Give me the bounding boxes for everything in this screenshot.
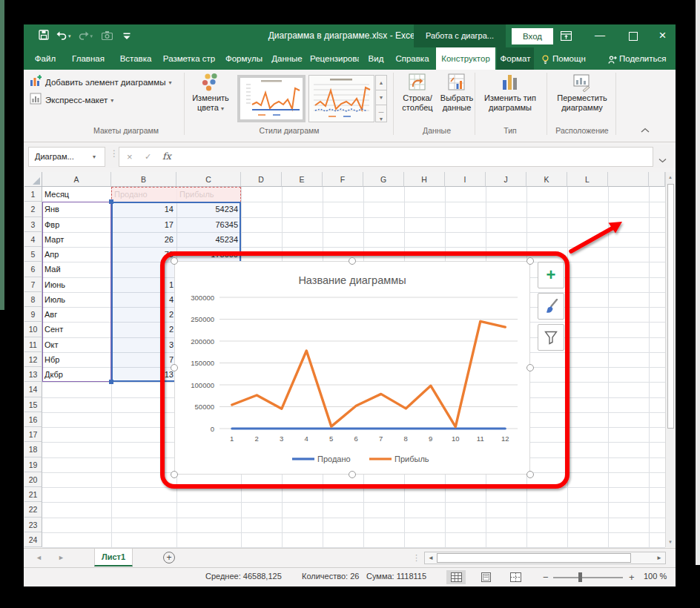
row-header-9[interactable]: 9 bbox=[24, 307, 42, 322]
chart-handle[interactable] bbox=[171, 257, 178, 265]
row-header-12[interactable]: 12 bbox=[24, 352, 42, 367]
row-header-21[interactable]: 21 bbox=[24, 487, 42, 502]
change-colors-button[interactable]: Изменить цвета ▾ bbox=[188, 73, 233, 113]
hscroll-left-icon[interactable]: ◄ bbox=[428, 555, 434, 561]
zoom-slider-thumb[interactable] bbox=[578, 572, 582, 582]
row-header-3[interactable]: 3 bbox=[24, 217, 42, 232]
tab-Конструктор[interactable]: Конструктор bbox=[436, 47, 495, 70]
maximize-button[interactable] bbox=[617, 24, 650, 47]
row-header-19[interactable]: 19 bbox=[24, 457, 42, 472]
tab-share[interactable]: Поделиться bbox=[619, 47, 671, 70]
row-header-17[interactable]: 17 bbox=[24, 427, 42, 442]
chart-handle[interactable] bbox=[349, 471, 356, 478]
page-break-view-button[interactable] bbox=[506, 570, 525, 584]
row-header-20[interactable]: 20 bbox=[24, 472, 42, 487]
new-sheet-button[interactable]: + bbox=[163, 552, 175, 564]
horizontal-scroll-thumb[interactable] bbox=[437, 553, 631, 563]
column-header-blank12[interactable] bbox=[608, 172, 649, 187]
tab-Данные[interactable]: Данные bbox=[268, 47, 306, 70]
gallery-more-icon[interactable]: —▼ bbox=[375, 105, 387, 122]
save-icon[interactable] bbox=[39, 30, 49, 43]
name-box-caret-icon[interactable]: ▾ bbox=[93, 148, 96, 166]
chart-object[interactable]: 0500001000001500002000002500003000001234… bbox=[174, 261, 530, 475]
column-header-H[interactable]: H bbox=[404, 172, 445, 187]
row-header-7[interactable]: 7 bbox=[24, 277, 42, 292]
tab-Главная[interactable]: Главная bbox=[67, 47, 110, 70]
gallery-scroll-down-icon[interactable]: ▼ bbox=[375, 90, 387, 105]
tab-Формулы[interactable]: Формулы bbox=[222, 47, 265, 70]
sheet-nav-prev-icon[interactable]: ◄ bbox=[36, 554, 42, 561]
chart-handle[interactable] bbox=[526, 257, 534, 265]
range-handle-top[interactable] bbox=[109, 199, 113, 204]
row-header-22[interactable]: 22 bbox=[24, 502, 42, 517]
page-layout-view-button[interactable] bbox=[476, 570, 495, 584]
chart-styles-button[interactable] bbox=[538, 293, 564, 320]
ribbon-display-options-icon[interactable] bbox=[561, 30, 572, 44]
tabbar-grip-icon[interactable]: ⋮ bbox=[412, 553, 420, 563]
tab-Файл[interactable]: Файл bbox=[28, 47, 62, 70]
row-header-5[interactable]: 5 bbox=[24, 247, 42, 262]
add-chart-element-button[interactable]: Добавить элемент диаграммы ▾ bbox=[30, 75, 171, 90]
chart-style-thumbnail-1[interactable] bbox=[237, 75, 306, 122]
tab-Вид[interactable]: Вид bbox=[363, 47, 389, 70]
tab-Рецензирова[interactable]: Рецензирова bbox=[310, 47, 359, 70]
minimize-button[interactable]: — bbox=[584, 24, 616, 47]
chart-handle[interactable] bbox=[171, 471, 178, 478]
row-header-18[interactable]: 18 bbox=[24, 442, 42, 457]
row-header-2[interactable]: 2 bbox=[24, 202, 42, 217]
close-button[interactable]: × bbox=[650, 24, 676, 47]
select-data-button[interactable]: Выбрать данные bbox=[438, 73, 476, 113]
formula-bar-grip-icon[interactable]: ⋮ bbox=[110, 148, 119, 159]
column-header-blank13[interactable] bbox=[649, 172, 665, 187]
row-header-10[interactable]: 10 bbox=[24, 322, 42, 337]
name-box[interactable]: Диаграм... ▾ bbox=[28, 147, 105, 167]
gallery-scroll-up-icon[interactable]: ▲ bbox=[375, 75, 387, 90]
customize-qat-icon[interactable] bbox=[123, 30, 131, 43]
switch-row-column-button[interactable]: Строка/ столбец bbox=[398, 73, 437, 113]
tab-Справка[interactable]: Справка bbox=[392, 47, 433, 70]
chart-filters-button[interactable] bbox=[538, 324, 564, 351]
tab-Разметка стр[interactable]: Разметка стр bbox=[160, 47, 218, 70]
column-header-D[interactable]: D bbox=[241, 172, 282, 187]
change-chart-type-button[interactable]: Изменить тип диаграммы bbox=[478, 73, 542, 113]
row-header-23[interactable]: 23 bbox=[24, 518, 42, 532]
row-header-8[interactable]: 8 bbox=[24, 292, 42, 307]
column-header-E[interactable]: E bbox=[282, 172, 323, 187]
undo-dropdown-icon[interactable]: ▾ bbox=[68, 33, 71, 39]
chart-handle[interactable] bbox=[526, 471, 534, 478]
scroll-down-icon[interactable]: ▼ bbox=[668, 540, 673, 544]
scroll-up-icon[interactable]: ▲ bbox=[668, 175, 673, 179]
formula-input[interactable] bbox=[180, 149, 647, 165]
expand-formula-bar-icon[interactable] bbox=[658, 153, 667, 166]
vertical-scrollbar[interactable]: ▲ ▼ bbox=[665, 172, 676, 547]
column-header-A[interactable]: A bbox=[42, 172, 111, 187]
chart-style-thumbnail-2[interactable] bbox=[308, 75, 374, 122]
tab-Формат[interactable]: Формат bbox=[497, 47, 534, 70]
chart-handle[interactable] bbox=[171, 364, 178, 371]
insert-function-icon[interactable]: fx bbox=[162, 148, 171, 165]
column-header-I[interactable]: I bbox=[445, 172, 486, 187]
collapse-ribbon-icon[interactable] bbox=[641, 123, 650, 136]
enter-icon[interactable]: ✓ bbox=[145, 148, 151, 166]
column-header-G[interactable]: G bbox=[363, 172, 404, 187]
select-all-corner[interactable] bbox=[24, 172, 42, 187]
row-header-11[interactable]: 11 bbox=[24, 337, 42, 352]
column-header-K[interactable]: K bbox=[526, 172, 567, 187]
column-header-F[interactable]: F bbox=[323, 172, 363, 187]
hscroll-right-icon[interactable]: ► bbox=[656, 555, 662, 561]
row-header-15[interactable]: 15 bbox=[24, 397, 42, 412]
column-header-L[interactable]: L bbox=[567, 172, 608, 187]
sign-in-button[interactable]: Вход bbox=[512, 28, 553, 44]
range-handle-bottom[interactable] bbox=[109, 380, 113, 384]
sheet-nav-next-icon[interactable]: ► bbox=[58, 554, 65, 561]
zoom-in-button[interactable]: + bbox=[629, 572, 635, 583]
row-header-24[interactable]: 24 bbox=[24, 532, 42, 547]
tab-help[interactable]: Помощн bbox=[552, 47, 591, 70]
row-header-1[interactable]: 1 bbox=[24, 187, 42, 202]
cancel-icon[interactable]: × bbox=[127, 148, 133, 166]
zoom-level[interactable]: 100 % bbox=[644, 572, 667, 581]
row-header-14[interactable]: 14 bbox=[24, 382, 42, 397]
chart-handle[interactable] bbox=[349, 257, 356, 265]
row-header-6[interactable]: 6 bbox=[24, 262, 42, 277]
vertical-scroll-thumb[interactable] bbox=[667, 184, 674, 429]
